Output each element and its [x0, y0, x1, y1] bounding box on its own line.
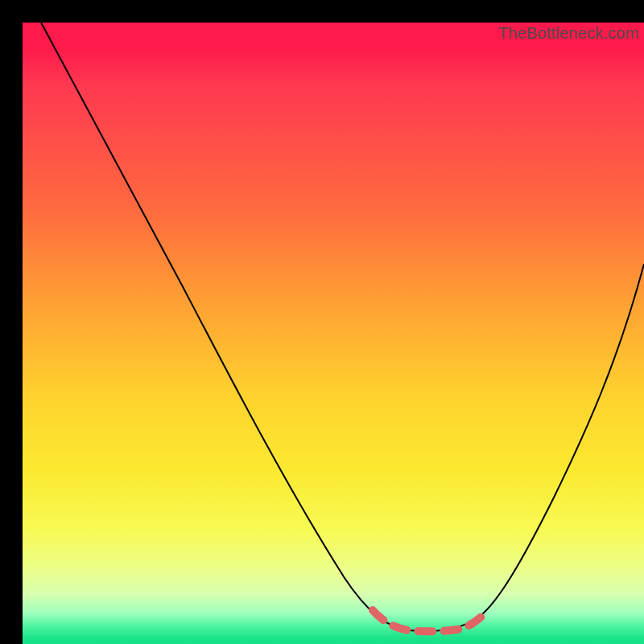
- watermark-text: TheBottleneck.com: [498, 24, 639, 43]
- chart-frame: TheBottleneck.com: [0, 0, 644, 644]
- plot-area: TheBottleneck.com: [23, 23, 644, 644]
- flat-marker-path: [373, 610, 488, 631]
- chart-svg: [23, 23, 644, 644]
- flat-marker-group: [373, 610, 488, 631]
- bottleneck-curve-line: [41, 23, 644, 631]
